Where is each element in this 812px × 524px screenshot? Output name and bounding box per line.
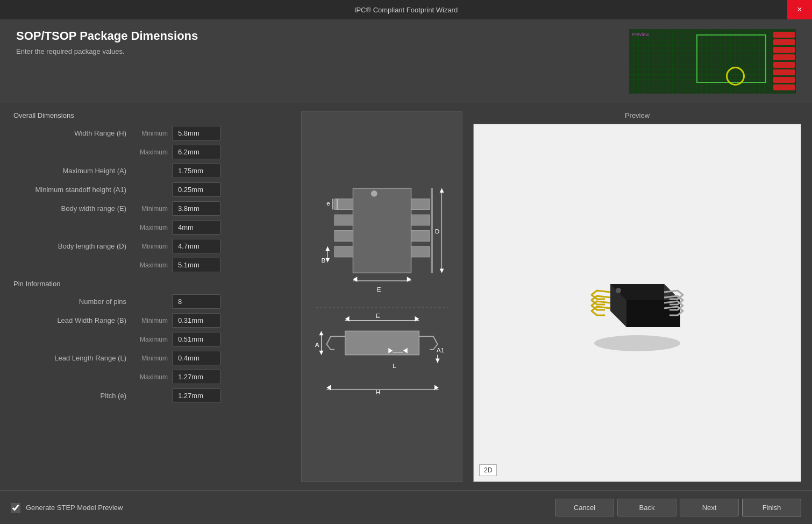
generate-step-label: Generate STEP Model Preview — [26, 504, 123, 512]
width-min-input[interactable] — [172, 126, 220, 140]
svg-text:E: E — [375, 312, 380, 319]
max-height-row: Maximum Height (A) — [11, 164, 290, 178]
pcb-pads — [772, 29, 796, 93]
svg-marker-36 — [345, 316, 349, 322]
body-length-min-row: Body length range (D) Minimum — [11, 239, 290, 253]
lead-length-max-input[interactable] — [172, 370, 220, 384]
lead-width-max-row: Maximum — [11, 332, 290, 346]
pitch-input[interactable] — [172, 388, 220, 403]
lead-width-group: Lead Width Range (B) Minimum Maximum — [11, 313, 290, 346]
overall-dimensions-title: Overall Dimensions — [11, 111, 290, 119]
svg-rect-6 — [411, 199, 429, 210]
body-width-min-row: Body width range (E) Minimum — [11, 201, 290, 216]
svg-marker-20 — [407, 277, 411, 282]
max-height-label: Maximum Height (A) — [11, 167, 134, 175]
svg-text:A1: A1 — [436, 346, 444, 353]
svg-rect-4 — [334, 231, 353, 242]
body-length-max-input[interactable] — [172, 258, 220, 272]
right-panel: Preview — [473, 111, 801, 482]
svg-marker-30 — [319, 351, 323, 355]
body-width-max-row: Maximum — [11, 220, 290, 235]
diagram-panel: e D E B — [301, 111, 462, 482]
width-max-input[interactable] — [172, 145, 220, 159]
num-pins-input[interactable] — [172, 294, 220, 309]
body-width-min-input[interactable] — [172, 201, 220, 216]
standoff-height-label: Minimum standoff height (A1) — [11, 186, 134, 194]
svg-text:L: L — [393, 362, 396, 369]
body-length-max-label: Maximum — [134, 261, 172, 269]
width-min-label: Minimum — [134, 130, 172, 137]
pitch-label: Pitch (e) — [11, 392, 134, 400]
body-width-max-label: Maximum — [134, 224, 172, 231]
width-max-label: Maximum — [134, 148, 172, 156]
svg-marker-47 — [439, 188, 444, 193]
pcb-label: Preview — [632, 32, 649, 37]
lead-length-max-row: Maximum — [11, 370, 290, 384]
svg-marker-37 — [415, 316, 419, 322]
num-pins-row: Number of pins — [11, 294, 290, 309]
svg-text:A: A — [315, 341, 319, 348]
svg-marker-24 — [325, 258, 330, 263]
window-title: IPC® Compliant Footprint Wizard — [354, 6, 458, 14]
back-button[interactable]: Back — [617, 499, 676, 516]
svg-point-49 — [594, 335, 680, 351]
svg-point-1 — [371, 190, 377, 197]
body-width-group: Body width range (E) Minimum Maximum — [11, 201, 290, 235]
width-range-min-row: Width Range (H) Minimum — [11, 126, 290, 140]
chip-3d-svg — [578, 252, 696, 354]
width-range-label: Width Range (H) — [11, 129, 134, 137]
footer-left: Generate STEP Model Preview — [11, 503, 123, 513]
svg-marker-23 — [325, 246, 330, 251]
body-length-group: Body length range (D) Minimum Maximum — [11, 239, 290, 272]
svg-rect-8 — [411, 231, 429, 242]
lead-length-group: Lead Length Range (L) Minimum Maximum — [11, 351, 290, 384]
body-length-label: Body length range (D) — [11, 242, 134, 250]
body-length-min-label: Minimum — [134, 243, 172, 250]
next-button[interactable]: Next — [680, 499, 739, 516]
lead-width-max-label: Maximum — [134, 336, 172, 343]
preview-label: Preview — [473, 111, 801, 119]
max-height-input[interactable] — [172, 164, 220, 178]
body-width-max-input[interactable] — [172, 220, 220, 235]
svg-rect-9 — [411, 246, 429, 257]
preview-box: 2D — [473, 124, 801, 482]
lead-width-max-input[interactable] — [172, 332, 220, 346]
pitch-row: Pitch (e) — [11, 388, 290, 403]
svg-rect-3 — [334, 215, 353, 225]
lead-length-min-label: Minimum — [134, 355, 172, 362]
num-pins-label: Number of pins — [11, 298, 134, 306]
lead-length-max-label: Maximum — [134, 373, 172, 381]
svg-marker-29 — [319, 331, 323, 335]
svg-rect-0 — [353, 188, 411, 273]
page-title: SOP/TSOP Package Dimensions — [16, 29, 198, 43]
title-bar: IPC® Compliant Footprint Wizard × — [0, 0, 812, 19]
lead-length-label: Lead Length Range (L) — [11, 354, 134, 362]
svg-point-55 — [616, 288, 621, 293]
preview-2d-button[interactable]: 2D — [479, 464, 497, 476]
generate-step-checkbox[interactable] — [11, 503, 20, 513]
header: SOP/TSOP Package Dimensions Enter the re… — [0, 19, 812, 103]
svg-rect-26 — [345, 331, 419, 355]
footer: Generate STEP Model Preview Cancel Back … — [0, 490, 812, 524]
pcb-banner-preview: Preview — [629, 29, 796, 94]
standoff-height-input[interactable] — [172, 182, 220, 197]
body-length-min-input[interactable] — [172, 239, 220, 253]
width-range-group: Width Range (H) Minimum Maximum — [11, 126, 290, 159]
lead-width-label: Lead Width Range (B) — [11, 316, 134, 324]
close-button[interactable]: × — [787, 0, 812, 19]
pcb-circle — [726, 67, 745, 86]
cancel-button[interactable]: Cancel — [555, 499, 614, 516]
standoff-height-row: Minimum standoff height (A1) — [11, 182, 290, 197]
svg-rect-5 — [334, 246, 353, 257]
lead-width-min-label: Minimum — [134, 317, 172, 324]
lead-width-min-input[interactable] — [172, 313, 220, 328]
svg-marker-33 — [435, 358, 439, 363]
body-width-label: Body width range (E) — [11, 204, 134, 213]
svg-marker-19 — [353, 277, 357, 282]
svg-marker-48 — [439, 268, 444, 273]
finish-button[interactable]: Finish — [742, 499, 801, 516]
lead-length-min-input[interactable] — [172, 351, 220, 365]
lead-length-min-row: Lead Length Range (L) Minimum — [11, 351, 290, 365]
lead-width-min-row: Lead Width Range (B) Minimum — [11, 313, 290, 328]
pin-info-title: Pin Information — [11, 280, 290, 288]
